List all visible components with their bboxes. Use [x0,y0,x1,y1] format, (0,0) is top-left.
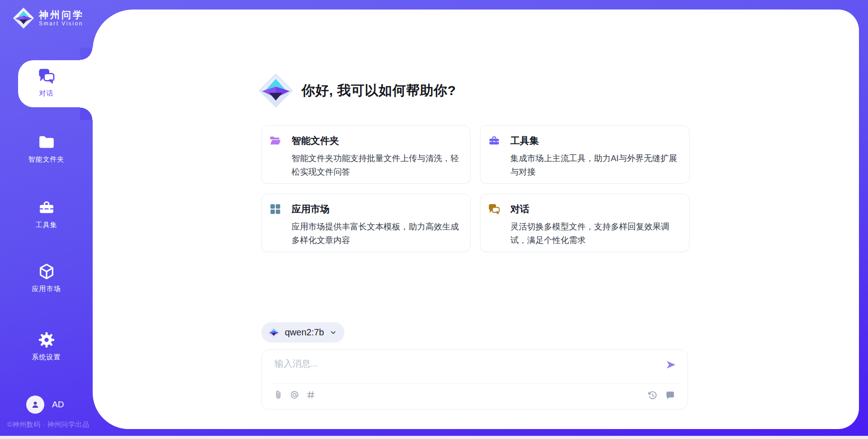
sidebar: 神州问学 Smart Vision 对话 [0,0,93,439]
attach-file-button[interactable] [274,390,284,400]
sidebar-item-label: 对话 [39,89,54,98]
at-icon [289,390,300,400]
message-composer [261,349,688,410]
folder-open-icon [269,134,292,147]
copyright-text: ©神州数码 · 神州问学出品 [7,420,93,429]
cube-icon [38,262,56,281]
avatar [26,396,44,414]
paperclip-icon [274,390,284,400]
sidebar-item-label: 系统设置 [32,353,61,362]
sidebar-item-label: 应用市场 [32,285,61,293]
message-input[interactable] [274,358,636,378]
brand-text: 神州问学 Smart Vision [39,10,84,27]
greeting-title: 你好, 我可以如何帮助你? [302,81,456,100]
brand-logo: 神州问学 Smart Vision [13,7,84,29]
sidebar-item-chat[interactable]: 对话 [0,67,93,98]
model-selector[interactable]: qwen2:7b [261,322,344,343]
card-description: 应用市场提供丰富长文本模板，助力高效生成多样化文章内容 [292,220,459,247]
topic-button[interactable] [306,390,316,400]
user-menu[interactable]: AD [26,396,64,414]
hash-icon [306,390,316,400]
toolbox-icon [38,199,56,217]
card-description: 集成市场上主流工具，助力AI与外界无缝扩展与对接 [510,152,678,179]
hero: 你好, 我可以如何帮助你? [258,73,456,108]
chat-icon [488,203,510,215]
card-title: 应用市场 [292,203,330,215]
send-icon [665,359,677,371]
history-button[interactable] [647,390,658,401]
sidebar-item-smart-folder[interactable]: 智能文件夹 [0,133,93,164]
card-toolset[interactable]: 工具集 集成市场上主流工具，助力AI与外界无缝扩展与对接 [480,125,689,184]
chat-icon [38,67,56,85]
folder-icon [38,133,56,151]
sidebar-item-label: 智能文件夹 [28,155,65,164]
card-description: 智能文件夹功能支持批量文件上传与清洗，轻松实现文件问答 [292,152,459,179]
card-app-market[interactable]: 应用市场 应用市场提供丰富长文本模板，助力高效生成多样化文章内容 [261,194,471,252]
sidebar-item-settings[interactable]: 系统设置 [0,331,93,362]
sidebar-item-toolset[interactable]: 工具集 [0,199,93,229]
active-nav-fillet-bottom [80,107,93,120]
chat-bubble-button[interactable] [665,390,675,401]
card-title: 对话 [510,203,529,215]
window-bottom-edge [0,436,868,439]
sidebar-item-app-market[interactable]: 应用市场 [0,262,93,293]
model-name: qwen2:7b [285,327,324,338]
card-title: 智能文件夹 [292,134,339,147]
brand-diamond-icon [13,7,34,29]
user-name: AD [52,400,64,410]
card-chat[interactable]: 对话 灵活切换多模型文件，支持多样回复效果调试，满足个性化需求 [480,194,689,252]
brand-title: 神州问学 [39,10,84,20]
hero-diamond-icon [258,73,293,108]
brand-subtitle: Smart Vision [39,20,84,27]
chevron-down-icon [329,329,337,337]
person-icon [30,399,41,410]
composer-divider [271,383,679,384]
active-nav-fillet-top [80,48,93,60]
model-diamond-icon [268,326,280,339]
main-content: 你好, 我可以如何帮助你? 智能文件夹 智能文件夹功能支持批量文件 [93,10,859,429]
feature-cards: 智能文件夹 智能文件夹功能支持批量文件上传与清洗，轻松实现文件问答 工具集 集成… [261,125,689,252]
gear-icon [38,331,56,349]
sidebar-item-label: 工具集 [36,221,57,229]
mention-button[interactable] [289,390,300,400]
card-description: 灵活切换多模型文件，支持多样回复效果调试，满足个性化需求 [510,220,678,247]
send-button[interactable] [665,359,677,371]
grid-icon [269,203,292,215]
chat-bubble-icon [665,390,675,401]
toolbox-icon [488,134,510,147]
card-title: 工具集 [510,134,539,147]
history-icon [647,390,658,401]
app-window: 神州问学 Smart Vision 对话 [0,0,868,439]
card-smart-folder[interactable]: 智能文件夹 智能文件夹功能支持批量文件上传与清洗，轻松实现文件问答 [261,125,471,184]
